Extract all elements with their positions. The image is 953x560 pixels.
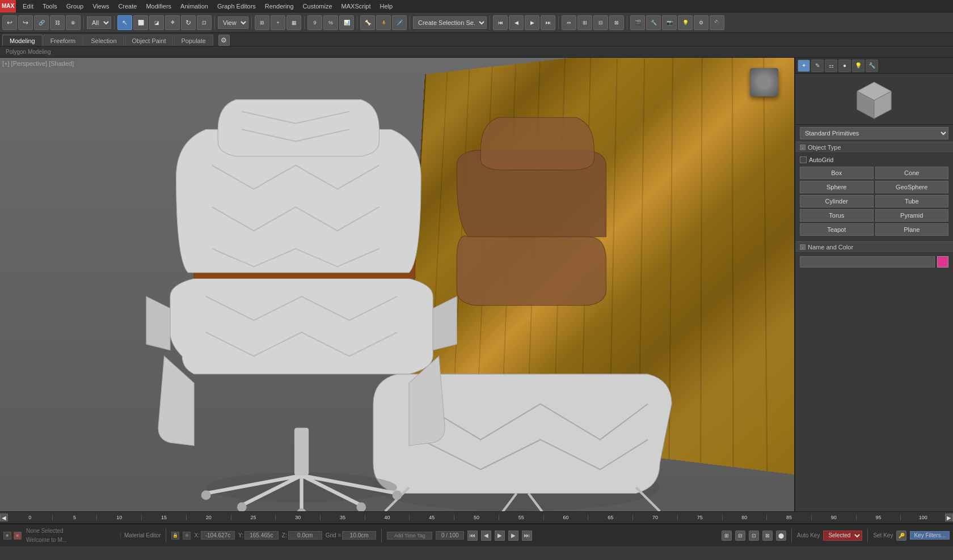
menu-help[interactable]: Help	[376, 2, 398, 11]
box-button[interactable]: Box	[800, 167, 874, 179]
set-btn5[interactable]: ⚙	[694, 15, 709, 30]
view-dropdown[interactable]: View	[218, 16, 248, 29]
layer-button[interactable]: ▦	[286, 15, 301, 30]
tab-object-paint[interactable]: Object Paint	[125, 35, 174, 46]
selected-dropdown[interactable]: Selected	[823, 531, 862, 541]
modify-panel-icon[interactable]: ✎	[811, 60, 824, 72]
cylinder-button[interactable]: Cylinder	[800, 195, 874, 207]
autogrid-checkbox[interactable]	[800, 156, 807, 163]
teapot-button[interactable]: Teapot	[800, 223, 874, 236]
motion-panel-icon[interactable]: ●	[838, 60, 851, 72]
array-btn[interactable]: ⊞	[577, 15, 592, 30]
nav-gizmo[interactable]	[744, 62, 790, 108]
mini-nav-4[interactable]: ⊠	[762, 531, 773, 541]
pyramid-button[interactable]: Pyramid	[875, 209, 949, 222]
color-swatch[interactable]	[937, 256, 948, 268]
set-btn2[interactable]: 🔧	[646, 15, 661, 30]
key-btn[interactable]: 🔑	[896, 531, 906, 541]
plane-button[interactable]: Plane	[875, 223, 949, 236]
go-to-start-btn[interactable]: ⏮	[467, 531, 478, 541]
go-to-end-btn[interactable]: ⏭	[522, 531, 532, 541]
graph-button[interactable]: 📊	[339, 15, 354, 30]
menu-edit[interactable]: Edit	[18, 2, 38, 11]
mini-nav-1[interactable]: ⊞	[722, 531, 732, 541]
menu-customize[interactable]: Customize	[298, 2, 337, 11]
scale-button[interactable]: ⊡	[197, 15, 212, 30]
app-logo[interactable]: MAX	[0, 0, 16, 12]
key-filters-button[interactable]: Key Filters...	[910, 531, 950, 540]
lock-icon[interactable]: 🔒	[171, 532, 179, 540]
nav-cube[interactable]	[744, 62, 784, 102]
mini-nav-5[interactable]: ⬤	[776, 531, 786, 541]
create-panel-icon[interactable]: ✦	[798, 60, 810, 72]
undo-button[interactable]: ↩	[2, 15, 17, 30]
set-btn6[interactable]: 🔌	[710, 15, 724, 30]
name-color-toggle[interactable]: -	[800, 244, 806, 250]
frame-counter[interactable]: 0 / 100	[436, 531, 464, 540]
torus-button[interactable]: Torus	[800, 209, 874, 222]
menu-create[interactable]: Create	[113, 2, 141, 11]
rotate-button[interactable]: ↻	[181, 15, 196, 30]
spacing-btn[interactable]: ⊟	[593, 15, 608, 30]
bind-space-warp-button[interactable]: ⊕	[66, 15, 81, 30]
pivot-button[interactable]: ⊞	[255, 15, 269, 30]
coord-icon[interactable]: ⊕	[183, 532, 191, 540]
physique-button[interactable]: 🧍	[376, 15, 391, 30]
set-btn1[interactable]: 🎬	[630, 15, 645, 30]
status-icon-2[interactable]: ■	[14, 532, 22, 540]
mirror-btn[interactable]: ⇔	[562, 15, 576, 30]
display-panel-icon[interactable]: 💡	[852, 60, 865, 72]
menu-graph-editors[interactable]: Graph Editors	[213, 2, 260, 11]
menu-views[interactable]: Views	[88, 2, 113, 11]
menu-modifiers[interactable]: Modifiers	[141, 2, 176, 11]
tab-selection[interactable]: Selection	[83, 35, 124, 46]
menu-group[interactable]: Group	[62, 2, 88, 11]
select-object-button[interactable]: ↖	[117, 15, 132, 30]
nav-btn3[interactable]: ▶	[525, 15, 539, 30]
select-link-button[interactable]: 🔗	[34, 15, 49, 30]
filter-dropdown[interactable]: All	[87, 16, 111, 29]
nav-btn2[interactable]: ◀	[509, 15, 524, 30]
utilities-panel-icon[interactable]: 🔧	[866, 60, 878, 72]
bones-button[interactable]: 🦴	[360, 15, 375, 30]
redo-button[interactable]: ↪	[18, 15, 33, 30]
set-btn3[interactable]: 📷	[662, 15, 677, 30]
nav-btn1[interactable]: ⏮	[493, 15, 508, 30]
counter-button[interactable]: 9	[307, 15, 322, 30]
percent-button[interactable]: %	[323, 15, 338, 30]
tab-settings-btn[interactable]: ⚙	[218, 35, 230, 46]
clone-btn[interactable]: ⊠	[609, 15, 624, 30]
sphere-button[interactable]: Sphere	[800, 181, 874, 193]
tube-button[interactable]: Tube	[875, 195, 949, 207]
mini-nav-3[interactable]: ⊡	[749, 531, 759, 541]
menu-animation[interactable]: Animation	[176, 2, 213, 11]
unlink-button[interactable]: ⛓	[50, 15, 65, 30]
create-selection-dropdown[interactable]: Create Selection Se...	[413, 16, 487, 29]
tab-modeling[interactable]: Modeling	[2, 35, 43, 46]
menu-rendering[interactable]: Rendering	[260, 2, 298, 11]
hierarchy-panel-icon[interactable]: ⚏	[825, 60, 837, 72]
cone-button[interactable]: Cone	[875, 167, 949, 179]
set-btn4[interactable]: 💡	[678, 15, 693, 30]
prev-frame-btn[interactable]: ◀	[481, 531, 491, 541]
viewport[interactable]: [+] [Perspective] [Shaded] Material Edit…	[0, 58, 794, 511]
window-crossing-button[interactable]: ◪	[149, 15, 164, 30]
nav-btn4[interactable]: ⏭	[541, 15, 555, 30]
status-icon-1[interactable]: ■	[3, 532, 11, 540]
name-input[interactable]	[800, 256, 935, 268]
timeline-left-arrow[interactable]: ◀	[0, 514, 8, 521]
menu-tools[interactable]: Tools	[38, 2, 62, 11]
tab-freeform[interactable]: Freeform	[43, 35, 83, 46]
add-time-tag-btn[interactable]: Add Time Tag	[387, 532, 432, 540]
tab-populate[interactable]: Populate	[174, 35, 213, 46]
play-btn[interactable]: ▶	[495, 531, 505, 541]
align-button[interactable]: +	[271, 15, 285, 30]
geosphere-button[interactable]: GeoSphere	[875, 181, 949, 193]
cloth-button[interactable]: 🪡	[392, 15, 407, 30]
menu-maxscript[interactable]: MAXScript	[337, 2, 376, 11]
mini-nav-2[interactable]: ⊟	[735, 531, 745, 541]
object-type-toggle[interactable]: -	[800, 145, 806, 150]
primitives-dropdown[interactable]: Standard Primitives	[800, 127, 948, 139]
select-move-button[interactable]: ✥	[165, 15, 180, 30]
timeline-right-arrow[interactable]: ▶	[945, 514, 953, 521]
